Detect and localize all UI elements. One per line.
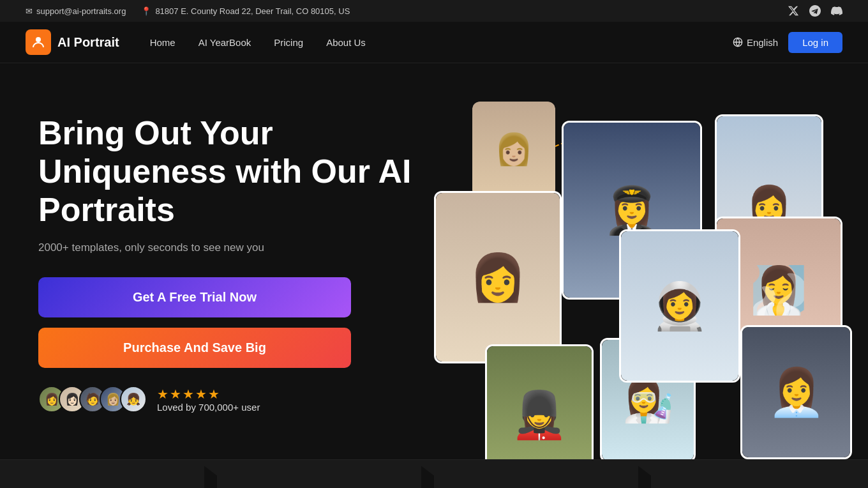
nav-yearbook[interactable]: AI YearBook	[198, 37, 251, 48]
nav-links: Home AI YearBook Pricing About Us	[150, 37, 733, 48]
bottom-card-1	[0, 459, 217, 488]
nav-pricing[interactable]: Pricing	[274, 37, 303, 48]
navbar: AI Portrait Home AI YearBook Pricing Abo…	[0, 22, 868, 63]
logo-text: AI Portrait	[57, 35, 119, 50]
portrait-face-4: 👩‍🚀	[621, 231, 738, 381]
logo[interactable]: AI Portrait	[26, 29, 119, 55]
language-label: English	[747, 37, 778, 48]
user-avatars: 👩 👩🏻 🧑 👩🏼 👧	[38, 386, 147, 413]
stars-rating: ★★★★★ Loved by 700,000+ user	[157, 386, 260, 413]
hero-subtitle: 2000+ templates, only seconds to see new…	[38, 241, 421, 254]
bottom-card-2	[217, 459, 434, 488]
nav-about[interactable]: About Us	[326, 37, 366, 48]
telegram-icon[interactable]	[809, 5, 821, 17]
portrait-suit: 👩‍💼	[740, 325, 852, 459]
topbar-contact: ✉ support@ai-portraits.org 📍 81807 E. Co…	[26, 6, 350, 16]
portrait-top-solo: 👩🏼	[472, 102, 555, 197]
email-icon: ✉	[26, 6, 33, 16]
logo-icon	[26, 29, 51, 55]
hero-content: Bring Out Your Uniqueness with Our AI Po…	[38, 102, 421, 434]
portrait-soldier: 💂‍♀️	[485, 344, 594, 459]
hero-section: Bring Out Your Uniqueness with Our AI Po…	[0, 63, 868, 459]
social-proof: 👩 👩🏻 🧑 👩🏼 👧 ★★★★★ Loved by 700,000+ user	[38, 386, 421, 413]
nav-right: English Log in	[733, 32, 842, 53]
nav-home[interactable]: Home	[150, 37, 176, 48]
language-button[interactable]: English	[733, 37, 778, 48]
twitter-icon[interactable]	[788, 5, 799, 17]
discord-icon[interactable]	[831, 5, 842, 17]
purchase-button[interactable]: Purchase And Save Big	[38, 328, 351, 368]
loved-label: Loved by 700,000+ user	[157, 402, 260, 413]
globe-icon	[733, 37, 743, 47]
portrait-face-1: 👩🏼	[472, 102, 555, 197]
portrait-astronaut: 👩‍🚀	[619, 229, 740, 383]
portrait-face-5: 👩	[436, 193, 560, 362]
location-icon: 📍	[141, 6, 151, 16]
topbar-social	[788, 5, 842, 17]
bottom-strip	[0, 459, 868, 488]
topbar: ✉ support@ai-portraits.org 📍 81807 E. Co…	[0, 0, 868, 22]
hero-collage: 👩🏼 👩‍✈️ 👩‍⚕️ 👩‍🚀 👩 🧖‍♀️ 👩‍💼 💂‍♀️	[421, 102, 868, 459]
hero-title: Bring Out Your Uniqueness with Our AI Po…	[38, 114, 421, 229]
portrait-face-7: 👩‍💼	[742, 327, 850, 457]
bottom-card-3	[434, 459, 651, 488]
bottom-card-4	[651, 459, 868, 488]
address-text: 81807 E. County Road 22, Deer Trail, CO …	[155, 6, 350, 16]
login-button[interactable]: Log in	[788, 32, 842, 53]
email-info: ✉ support@ai-portraits.org	[26, 6, 126, 16]
trial-button[interactable]: Get A Free Trial Now	[38, 277, 351, 317]
email-text: support@ai-portraits.org	[36, 6, 126, 16]
star-icons: ★★★★★	[157, 386, 260, 402]
svg-point-0	[36, 37, 41, 42]
portrait-face-8: 💂‍♀️	[487, 346, 592, 459]
portrait-casual: 👩	[434, 191, 562, 363]
avatar-5: 👧	[120, 386, 147, 413]
address-info: 📍 81807 E. County Road 22, Deer Trail, C…	[141, 6, 350, 16]
